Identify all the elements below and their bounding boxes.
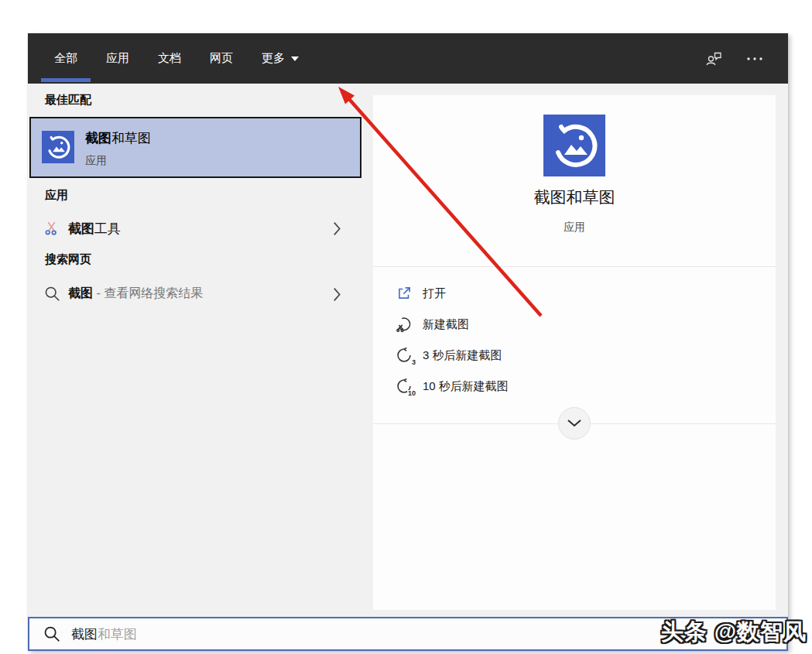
best-match-header: 最佳匹配 bbox=[45, 93, 91, 108]
best-match-item[interactable]: 截图和草图 应用 bbox=[29, 117, 361, 178]
search-icon bbox=[44, 286, 60, 302]
app-subtitle: 应用 bbox=[373, 221, 776, 235]
detail-panel: 截图和草图 应用 打开 bbox=[373, 95, 776, 610]
new-snip-icon bbox=[396, 316, 413, 333]
tab-more[interactable]: 更多 bbox=[262, 33, 299, 84]
app-title: 截图和草图 bbox=[373, 187, 776, 208]
apps-section-header: 应用 bbox=[45, 188, 68, 203]
timer-icon: 3 bbox=[396, 347, 413, 364]
feedback-person-icon[interactable] bbox=[705, 50, 723, 67]
web-result-title: 截图 - 查看网络搜索结果 bbox=[68, 286, 203, 302]
action-new-snip[interactable]: 新建截图 bbox=[373, 309, 776, 340]
expand-more-button[interactable] bbox=[558, 407, 591, 440]
snip-sketch-app-icon bbox=[42, 131, 74, 163]
action-snip-3s[interactable]: 3 3 秒后新建截图 bbox=[373, 340, 776, 371]
timer-badge: 3 bbox=[411, 359, 416, 366]
tab-all[interactable]: 全部 bbox=[54, 33, 77, 84]
tab-web-label: 网页 bbox=[210, 51, 233, 66]
watermark: 头条 @数智风 bbox=[661, 617, 807, 648]
timer-badge: 10 bbox=[407, 390, 416, 397]
chevron-down-icon bbox=[567, 419, 582, 428]
timer-icon: 10 bbox=[396, 378, 413, 395]
chevron-right-icon bbox=[333, 221, 341, 236]
action-snip-10s[interactable]: 10 10 秒后新建截图 bbox=[373, 371, 776, 402]
snip-sketch-app-icon-large bbox=[543, 115, 605, 176]
ellipsis-icon[interactable] bbox=[746, 56, 763, 61]
app-result-title: 截图工具 bbox=[68, 220, 121, 238]
action-label: 3 秒后新建截图 bbox=[423, 348, 502, 363]
action-label: 10 秒后新建截图 bbox=[423, 379, 509, 394]
search-query: 截图和草图 bbox=[71, 625, 137, 643]
best-match-title: 截图和草图 bbox=[85, 129, 151, 147]
action-label: 新建截图 bbox=[423, 317, 469, 332]
open-external-icon bbox=[396, 285, 413, 302]
tab-more-label: 更多 bbox=[262, 51, 285, 66]
web-search-result[interactable]: 截图 - 查看网络搜索结果 bbox=[28, 279, 373, 311]
tab-apps-label: 应用 bbox=[106, 51, 129, 66]
chevron-right-icon bbox=[333, 287, 341, 302]
divider bbox=[373, 266, 776, 267]
tab-all-label: 全部 bbox=[54, 51, 77, 66]
best-match-subtitle: 应用 bbox=[85, 154, 107, 168]
tab-documents[interactable]: 文档 bbox=[158, 33, 181, 84]
snipping-tool-icon bbox=[44, 221, 59, 235]
tab-web[interactable]: 网页 bbox=[210, 33, 233, 84]
action-label: 打开 bbox=[423, 286, 446, 301]
windows-search-flyout: 全部 应用 文档 网页 更多 bbox=[28, 33, 788, 651]
action-open[interactable]: 打开 bbox=[373, 278, 776, 309]
tab-documents-label: 文档 bbox=[158, 51, 181, 66]
search-icon bbox=[43, 625, 60, 642]
page: 全部 应用 文档 网页 更多 bbox=[0, 0, 812, 654]
search-header: 全部 应用 文档 网页 更多 bbox=[28, 33, 788, 84]
tab-apps[interactable]: 应用 bbox=[106, 33, 129, 84]
web-section-header: 搜索网页 bbox=[45, 252, 91, 267]
chevron-down-icon bbox=[291, 56, 299, 61]
app-result-snipping-tool[interactable]: 截图工具 bbox=[28, 213, 373, 245]
